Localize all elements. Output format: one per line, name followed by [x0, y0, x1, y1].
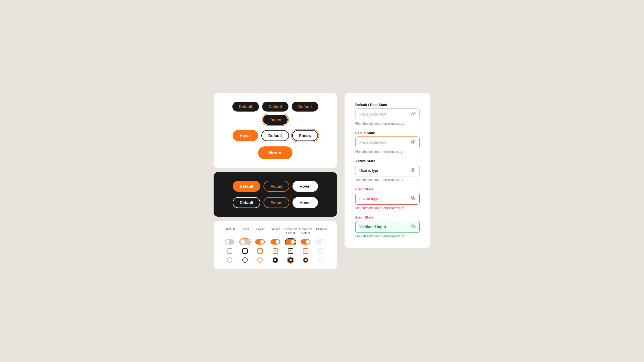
btn-hover-1[interactable]: Hover — [233, 130, 258, 141]
field-success-value: Validated input — [359, 225, 409, 229]
field-error-label: Error State — [355, 187, 420, 191]
checkbox-checked-hover[interactable]: ✓ — [298, 248, 313, 254]
btn-row-3: Hover — [258, 146, 292, 159]
radio-hover[interactable] — [253, 257, 268, 263]
btn-dark-focus[interactable]: Focus — [264, 181, 289, 192]
btn-dark-default[interactable]: Default — [233, 181, 260, 192]
field-success-input[interactable]: Validated input — [355, 221, 420, 233]
eye-icon-error[interactable] — [411, 196, 416, 202]
col-focus: Focus — [237, 227, 253, 235]
checkbox-default[interactable] — [222, 248, 237, 254]
main-container: Default Default Default Focus Hover Defa… — [214, 93, 430, 269]
checkbox-checked[interactable]: ✓ — [268, 248, 283, 254]
radio-selected-focus[interactable] — [283, 257, 298, 263]
radio-default[interactable] — [222, 257, 237, 263]
field-default-input[interactable]: Placeholder text — [355, 108, 420, 120]
svg-point-2 — [413, 169, 414, 171]
field-default-desc: Field description or error message — [355, 122, 420, 125]
field-error: Error State Invalid input Field descript… — [355, 187, 420, 210]
svg-point-4 — [413, 226, 414, 227]
radio-disabled — [313, 257, 328, 263]
toggle-on-hover[interactable] — [298, 239, 313, 245]
checkbox-hover[interactable] — [253, 248, 268, 254]
card-dark: Default Focus Hover Default Focus Hover — [214, 172, 337, 217]
btn-dark-hover-2[interactable]: Hover — [292, 197, 318, 208]
field-focus-desc: Field description or error message — [355, 150, 420, 154]
field-error-value: Invalid input — [359, 197, 409, 201]
field-default-label: Default / Rest State — [355, 103, 420, 107]
btn-default-2[interactable]: Default — [262, 102, 289, 112]
checkbox-focus[interactable] — [237, 248, 253, 254]
field-error-desc: Field description or error message — [355, 206, 420, 210]
toggle-hover[interactable] — [253, 239, 268, 245]
toggle-on[interactable] — [268, 239, 283, 245]
field-success: Error State Validated input Field descri… — [355, 215, 420, 238]
radio-selected-hover[interactable] — [298, 257, 313, 263]
btn-row-dark-1: Default Focus Hover — [233, 181, 318, 192]
field-error-input[interactable]: Invalid input — [355, 193, 420, 205]
btn-focus-outline[interactable]: Focus — [292, 130, 318, 141]
btn-default-outline[interactable]: Default — [261, 130, 289, 141]
btn-row-2: Hover Default Focus — [233, 130, 318, 141]
field-active-desc: Field description or error message — [355, 178, 420, 182]
btn-row-1: Default Default Default Focus — [224, 102, 326, 125]
eye-icon-focus[interactable] — [411, 139, 416, 145]
btn-dark-hover[interactable]: Hover — [292, 181, 318, 192]
field-success-desc: Field description or error message — [355, 234, 420, 238]
btn-default-1[interactable]: Default — [232, 102, 259, 112]
field-active-input[interactable]: User is typi — [355, 165, 420, 176]
svg-point-1 — [413, 141, 414, 142]
controls-header: Default Focus Hover Select Focus on Sele… — [222, 227, 328, 235]
btn-hover-big[interactable]: Hover — [258, 146, 292, 159]
toggle-disabled — [313, 239, 328, 245]
btn-dark-focus-outline[interactable]: Focus — [264, 197, 289, 208]
svg-point-0 — [413, 113, 414, 114]
field-focus-placeholder: Placeholder text — [359, 140, 409, 145]
right-panel: Default / Rest State Placeholder text Fi… — [345, 93, 430, 248]
toggle-default[interactable] — [222, 239, 237, 245]
svg-point-3 — [413, 197, 414, 199]
btn-default-3[interactable]: Default — [292, 102, 318, 112]
eye-icon-default[interactable] — [411, 111, 416, 117]
toggle-on-focus[interactable] — [283, 239, 298, 245]
checkbox-checked-focus[interactable]: ✓ — [283, 248, 298, 254]
field-active: Active State User is typi Field descript… — [355, 159, 420, 182]
col-default: Default — [222, 227, 237, 235]
card-light: Default Default Default Focus Hover Defa… — [214, 93, 337, 168]
field-focus: Focus State Placeholder text Field descr… — [355, 131, 420, 154]
col-disabled: Disabled — [313, 227, 328, 235]
btn-focus-1[interactable]: Focus — [263, 115, 288, 125]
btn-row-dark-2: Default Focus Hover — [233, 197, 318, 208]
field-active-label: Active State — [355, 159, 420, 163]
col-focus-select: Focus on Select — [283, 227, 298, 235]
field-default: Default / Rest State Placeholder text Fi… — [355, 103, 420, 125]
left-panel: Default Default Default Focus Hover Defa… — [214, 93, 337, 269]
field-success-label: Error State — [355, 215, 420, 219]
field-focus-label: Focus State — [355, 131, 420, 135]
eye-icon-active[interactable] — [411, 168, 416, 173]
col-select: Select — [268, 227, 283, 235]
btn-dark-default-outline[interactable]: Default — [233, 197, 260, 208]
col-hover: Hover — [253, 227, 268, 235]
field-focus-input[interactable]: Placeholder text — [355, 136, 420, 148]
eye-icon-success[interactable] — [411, 224, 416, 230]
field-active-value: User is typi — [359, 168, 409, 173]
radio-selected[interactable] — [268, 257, 283, 263]
checkbox-disabled — [313, 248, 328, 254]
card-controls: Default Focus Hover Select Focus on Sele… — [214, 221, 337, 269]
controls-grid: ✓ ✓ ✓ — [222, 239, 328, 263]
toggle-focus[interactable] — [237, 239, 253, 245]
field-default-placeholder: Placeholder text — [359, 112, 409, 116]
radio-focus[interactable] — [237, 257, 253, 263]
col-hover-select: Hover on Select — [298, 227, 313, 235]
